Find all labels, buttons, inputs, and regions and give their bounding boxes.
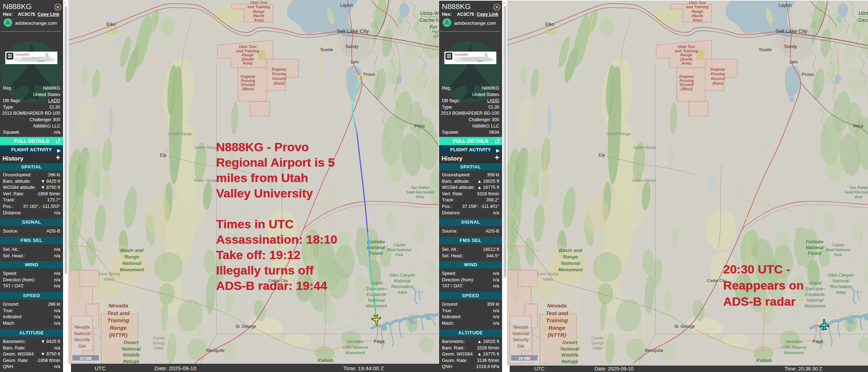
svg-text:Canadair: Canadair <box>15 53 29 56</box>
svg-text:Canadair: Canadair <box>454 53 468 56</box>
